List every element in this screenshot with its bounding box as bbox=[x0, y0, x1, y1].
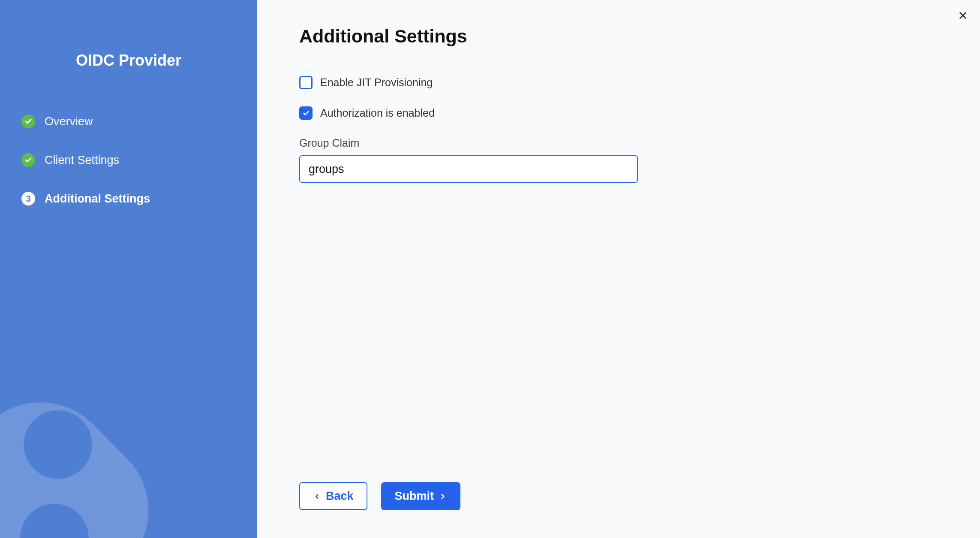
close-icon bbox=[957, 10, 968, 21]
back-button[interactable]: Back bbox=[299, 482, 367, 510]
button-row: Back Submit bbox=[299, 482, 460, 510]
step-label: Additional Settings bbox=[45, 192, 150, 206]
step-list: Overview Client Settings 3 Additional Se… bbox=[21, 115, 236, 206]
check-icon bbox=[21, 115, 35, 128]
group-claim-label: Group Claim bbox=[299, 137, 638, 149]
check-icon bbox=[21, 153, 35, 167]
form-area: Enable JIT Provisioning Authorization is… bbox=[299, 76, 638, 183]
submit-button-label: Submit bbox=[395, 490, 434, 503]
close-button[interactable] bbox=[955, 8, 971, 23]
step-client-settings[interactable]: Client Settings bbox=[21, 153, 236, 167]
svg-rect-2 bbox=[9, 396, 106, 493]
step-label: Overview bbox=[45, 115, 93, 128]
chevron-left-icon bbox=[313, 493, 321, 500]
background-logo-shape bbox=[0, 371, 180, 538]
back-button-label: Back bbox=[326, 490, 354, 503]
authorization-enabled-checkbox[interactable] bbox=[299, 106, 313, 120]
authorization-enabled-label: Authorization is enabled bbox=[320, 107, 435, 119]
check-icon bbox=[303, 110, 310, 117]
authorization-enabled-row: Authorization is enabled bbox=[299, 106, 638, 120]
step-overview[interactable]: Overview bbox=[21, 115, 236, 128]
step-label: Client Settings bbox=[45, 154, 119, 167]
page-title: Additional Settings bbox=[299, 26, 938, 47]
jit-provisioning-row: Enable JIT Provisioning bbox=[299, 76, 638, 89]
jit-provisioning-checkbox[interactable] bbox=[299, 76, 313, 89]
jit-provisioning-label: Enable JIT Provisioning bbox=[320, 76, 433, 89]
submit-button[interactable]: Submit bbox=[381, 482, 461, 510]
svg-rect-0 bbox=[0, 372, 179, 538]
step-additional-settings[interactable]: 3 Additional Settings bbox=[21, 192, 236, 206]
chevron-right-icon bbox=[439, 493, 447, 500]
main-content: Additional Settings Enable JIT Provision… bbox=[257, 0, 980, 538]
step-number-icon: 3 bbox=[21, 192, 35, 206]
wizard-title: OIDC Provider bbox=[21, 51, 236, 70]
svg-rect-1 bbox=[6, 490, 103, 538]
group-claim-input[interactable] bbox=[299, 155, 638, 183]
wizard-sidebar: OIDC Provider Overview Clien bbox=[0, 0, 257, 538]
